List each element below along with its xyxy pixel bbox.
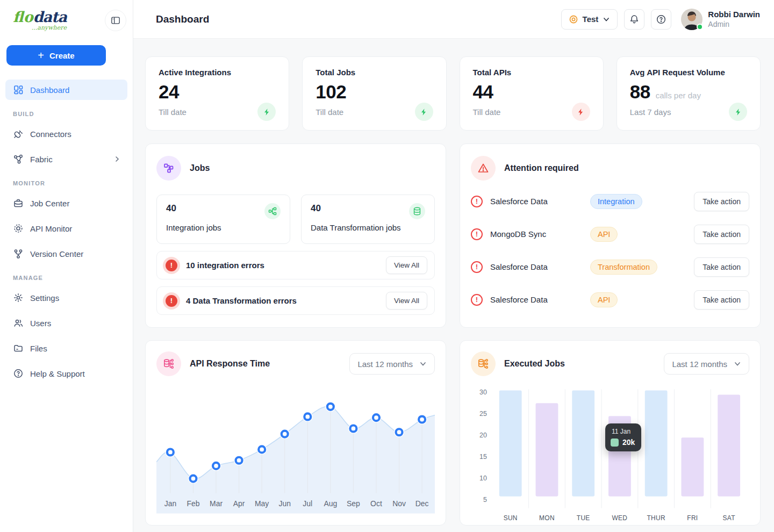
sidebar-item-help-support[interactable]: Help & Support — [5, 363, 127, 384]
integration-jobs-label: Integration jobs — [166, 223, 281, 232]
target-icon — [569, 15, 578, 24]
sidebar-item-job-center[interactable]: Job Center — [5, 193, 127, 213]
view-all-transformation-errors-button[interactable]: View All — [386, 292, 427, 310]
stat-caption: Till date — [473, 107, 501, 117]
take-action-button[interactable]: Take action — [694, 225, 749, 244]
stat-card-active-integrations: Active Integrations 24 Till date — [145, 56, 289, 131]
integration-jobs-mini-card: 40 Integration jobs — [156, 195, 290, 244]
attention-icon-circle — [471, 156, 496, 181]
chevron-down-icon — [419, 360, 427, 368]
svg-text:Dec: Dec — [415, 499, 429, 508]
notifications-button[interactable] — [624, 9, 644, 30]
range-selected-value: Last 12 months — [672, 360, 727, 369]
jobs-icon-circle — [156, 156, 181, 181]
stat-value: 102 — [316, 81, 346, 103]
plug-icon — [13, 128, 24, 139]
online-status-dot — [697, 24, 703, 30]
sidebar-item-label: Settings — [30, 293, 59, 303]
database-icon — [409, 203, 425, 219]
sidebar-item-label: Version Center — [30, 249, 83, 258]
svg-text:30: 30 — [479, 389, 487, 396]
attention-item-name: Salesforce Data — [490, 262, 590, 271]
help-button[interactable] — [651, 9, 671, 30]
data-transformation-jobs-mini-card: 40 Data Transformation jobs — [301, 195, 435, 244]
attention-item-name: Salesforce Data — [490, 295, 590, 304]
api-response-time-chart[interactable]: JanFebMarAprMayJunJulAugSepOctNovDec — [156, 386, 435, 516]
gear-icon — [13, 292, 24, 303]
sidebar-item-api-monitor[interactable]: API Monitor — [5, 218, 127, 239]
create-button[interactable]: + Create — [6, 45, 106, 66]
sidebar-section-manage: MANAGE — [13, 275, 127, 281]
take-action-button[interactable]: Take action — [694, 192, 749, 211]
view-all-integration-errors-button[interactable]: View All — [386, 256, 427, 274]
stat-card-total-apis: Total APIs 44 Till date — [460, 56, 604, 131]
take-action-button[interactable]: Take action — [694, 257, 749, 277]
collapse-panel-icon — [111, 16, 120, 25]
sidebar-item-label: Job Center — [30, 199, 69, 208]
sidebar-item-label: Users — [30, 319, 51, 328]
attention-item-name: MongoDB Sync — [490, 229, 590, 239]
data-transformation-jobs-count: 40 — [311, 203, 321, 214]
sidebar-item-fabric[interactable]: Fabric — [5, 149, 127, 169]
category-badge: Integration — [590, 194, 642, 209]
stat-title: Total APIs — [473, 68, 590, 77]
help-circle-icon — [13, 368, 24, 379]
stat-value: 24 — [159, 81, 179, 103]
api-response-time-card: API Response Time Last 12 months JanFebM… — [145, 340, 446, 526]
fabric-network-icon — [13, 154, 24, 164]
sidebar-collapse-button[interactable] — [105, 10, 126, 31]
sidebar-nav: Dashboard BUILD Connectors Fabric MONITO… — [5, 80, 127, 384]
jobs-card: Jobs 40 Integration jobs 40 — [145, 143, 446, 328]
attention-item-name: Salesforce Data — [490, 197, 590, 206]
svg-text:5: 5 — [483, 496, 487, 504]
svg-text:May: May — [255, 499, 269, 508]
dashboard-grid-icon — [13, 84, 24, 95]
sidebar-item-version-center[interactable]: Version Center — [5, 243, 127, 264]
dashboard-content: Active Integrations 24 Till date Total J… — [133, 39, 774, 526]
executed-jobs-chart[interactable]: 11 Jan 20k 30252015105SUNMONTUEWEDTHURFR… — [471, 386, 749, 527]
environment-dropdown[interactable]: Test — [561, 9, 618, 30]
user-role: Admin — [708, 20, 760, 28]
database-flow-icon — [162, 357, 175, 370]
sidebar-item-connectors[interactable]: Connectors — [5, 124, 127, 144]
chart-tooltip: 11 Jan 20k — [605, 423, 641, 451]
svg-text:Nov: Nov — [392, 499, 406, 508]
flodata-logo: flodata ...anywhere — [13, 10, 67, 31]
stat-title: Total Jobs — [316, 68, 433, 77]
trend-bolt-icon — [415, 103, 433, 121]
tooltip-swatch — [611, 438, 619, 447]
sidebar-item-label: Connectors — [30, 130, 71, 139]
take-action-button[interactable]: Take action — [694, 290, 749, 310]
sidebar-item-settings[interactable]: Settings — [5, 287, 127, 308]
svg-text:Jan: Jan — [164, 499, 176, 508]
integration-share-icon — [264, 203, 281, 219]
svg-text:WED: WED — [612, 514, 628, 522]
sidebar-item-users[interactable]: Users — [5, 313, 127, 333]
environment-selected-value: Test — [583, 15, 599, 24]
stat-value: 88 — [630, 81, 650, 103]
alert-circle-icon: ! — [471, 196, 483, 207]
api-response-range-dropdown[interactable]: Last 12 months — [349, 353, 435, 375]
api-gear-icon — [13, 223, 24, 234]
sidebar-item-files[interactable]: Files — [5, 338, 127, 358]
sidebar-item-label: Help & Support — [30, 369, 85, 378]
chevron-right-icon — [113, 155, 121, 163]
user-menu[interactable]: Robbi Darwin Admin — [681, 9, 760, 30]
svg-text:TUE: TUE — [577, 514, 590, 522]
chevron-down-icon — [603, 16, 610, 23]
integration-errors-text: 10 integration errors — [186, 261, 264, 270]
trend-bolt-icon — [572, 103, 590, 121]
stat-caption: Till date — [316, 107, 343, 117]
executed-jobs-title: Executed Jobs — [504, 359, 565, 369]
sidebar: flodata ...anywhere + Create Dashboard B… — [0, 0, 133, 532]
executed-jobs-range-dropdown[interactable]: Last 12 months — [664, 353, 749, 375]
range-selected-value: Last 12 months — [357, 360, 413, 369]
stat-caption: Till date — [159, 107, 187, 117]
stat-card-total-jobs: Total Jobs 102 Till date — [302, 56, 446, 131]
sidebar-item-dashboard[interactable]: Dashboard — [5, 80, 127, 100]
sidebar-item-label: API Monitor — [30, 224, 72, 233]
sidebar-item-label: Dashboard — [30, 85, 69, 95]
svg-text:Jul: Jul — [303, 499, 312, 508]
svg-text:Sep: Sep — [347, 499, 360, 508]
integration-jobs-count: 40 — [166, 203, 176, 214]
